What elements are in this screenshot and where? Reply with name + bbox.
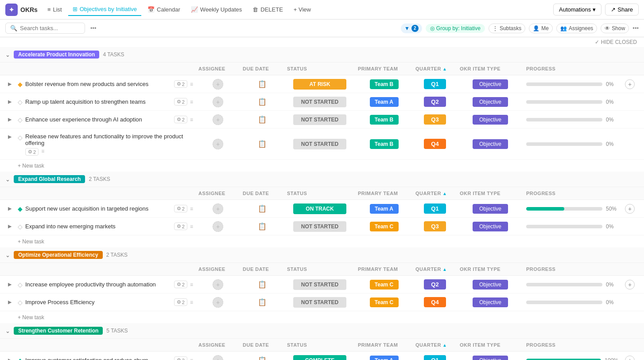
- me-pill[interactable]: 👤 Me: [529, 23, 553, 33]
- task-menu-icon[interactable]: ≡: [41, 148, 44, 156]
- team-badge[interactable]: Team B: [370, 139, 399, 149]
- task-expand-btn[interactable]: ▶: [8, 282, 15, 287]
- task-subtask-badge[interactable]: ⚙ 2: [174, 205, 187, 212]
- section-collapse-optimize[interactable]: ⌄: [5, 252, 10, 258]
- okr-type-badge[interactable]: Objective: [473, 204, 508, 214]
- task-expand-btn[interactable]: ▶: [8, 99, 15, 105]
- task-expand-btn[interactable]: ▶: [8, 206, 15, 211]
- okr-type-badge[interactable]: Objective: [473, 139, 508, 149]
- assignees-pill[interactable]: 👥 Assignees: [556, 23, 597, 33]
- quarter-badge[interactable]: Q2: [424, 97, 446, 107]
- status-badge[interactable]: NOT STARTED: [293, 97, 346, 107]
- new-task-button-accelerate[interactable]: + New task: [18, 163, 44, 169]
- task-expand-btn[interactable]: ▶: [8, 223, 15, 229]
- task-subtask-badge[interactable]: ⚙ 2: [174, 80, 187, 88]
- calendar-icon[interactable]: 📋: [258, 280, 267, 289]
- quarter-badge[interactable]: Q3: [424, 114, 446, 125]
- task-subtask-badge[interactable]: ⚙ 2: [174, 116, 187, 123]
- task-name[interactable]: Improve Process Efficiency: [25, 299, 171, 305]
- tab-delete[interactable]: 🗑 DELETE: [248, 4, 287, 16]
- task-expand-btn[interactable]: ▶: [8, 81, 15, 87]
- quarter-badge[interactable]: Q1: [424, 203, 446, 214]
- task-name[interactable]: Increase employee productivity through a…: [25, 281, 171, 288]
- task-menu-icon[interactable]: ≡: [190, 99, 193, 105]
- task-name[interactable]: Release new features and functionality t…: [25, 133, 183, 146]
- status-badge[interactable]: COMPLETE: [293, 355, 346, 360]
- section-collapse-accelerate[interactable]: ⌄: [5, 51, 10, 58]
- task-subtask-badge[interactable]: ⚙ 2: [174, 281, 187, 288]
- search-input[interactable]: [20, 25, 80, 31]
- calendar-icon[interactable]: 📋: [258, 356, 267, 360]
- assignee-avatar[interactable]: +: [213, 297, 223, 308]
- tab-weekly-updates[interactable]: 📈 Weekly Updates: [186, 4, 246, 16]
- hide-closed-label[interactable]: ✓ HIDE CLOSED: [595, 39, 637, 45]
- okr-type-badge[interactable]: Objective: [473, 97, 508, 107]
- task-name[interactable]: Bolster revenue from new products and se…: [25, 81, 171, 87]
- okr-type-badge[interactable]: Objective: [473, 115, 508, 125]
- calendar-icon[interactable]: 📋: [258, 222, 267, 231]
- assignee-avatar[interactable]: +: [213, 355, 223, 360]
- new-task-button-expand[interactable]: + New task: [18, 239, 44, 245]
- task-menu-icon[interactable]: ≡: [190, 81, 193, 87]
- okr-type-badge[interactable]: Objective: [473, 280, 508, 290]
- filter-badge[interactable]: ▼ 2: [401, 23, 422, 33]
- assignee-avatar[interactable]: +: [213, 114, 223, 125]
- team-badge[interactable]: Team C: [370, 297, 399, 307]
- calendar-icon[interactable]: 📋: [258, 298, 267, 306]
- status-badge[interactable]: NOT STARTED: [293, 114, 346, 125]
- new-task-button-optimize[interactable]: + New task: [18, 314, 44, 321]
- quarter-badge[interactable]: Q3: [424, 221, 446, 231]
- quarter-badge[interactable]: Q4: [424, 297, 446, 307]
- task-expand-btn[interactable]: ▶: [8, 299, 15, 305]
- okr-type-badge[interactable]: Objective: [473, 222, 508, 231]
- automations-button[interactable]: Automations ▾: [553, 4, 601, 16]
- task-subtask-badge[interactable]: ⚙ 2: [174, 98, 187, 106]
- add-column-btn[interactable]: +: [625, 204, 635, 214]
- calendar-icon[interactable]: 📋: [258, 115, 267, 124]
- status-badge[interactable]: NOT STARTED: [293, 297, 346, 308]
- calendar-icon[interactable]: 📋: [258, 204, 267, 213]
- tab-calendar[interactable]: 📅 Calendar: [143, 4, 185, 16]
- task-menu-icon[interactable]: ≡: [190, 206, 193, 212]
- task-name[interactable]: Improve customer satisfaction and reduce…: [25, 357, 171, 360]
- task-name[interactable]: Ramp up talent acquisition to strengthen…: [25, 98, 171, 105]
- more-options-button[interactable]: •••: [89, 23, 98, 33]
- task-expand-btn[interactable]: ▶: [8, 134, 15, 140]
- team-badge[interactable]: Team B: [370, 79, 399, 89]
- okr-type-badge[interactable]: Objective: [473, 79, 508, 89]
- status-badge[interactable]: NOT STARTED: [293, 221, 346, 232]
- task-menu-icon[interactable]: ≡: [190, 282, 193, 288]
- task-expand-btn[interactable]: ▶: [8, 117, 15, 122]
- task-subtask-badge[interactable]: ⚙ 2: [174, 223, 187, 230]
- tab-objectives-by-initiative[interactable]: ⊞ Objectives by Initiative: [68, 3, 141, 16]
- more-toolbar-options[interactable]: •••: [632, 25, 639, 31]
- assignee-avatar[interactable]: +: [213, 203, 223, 214]
- show-pill[interactable]: 👁 Show: [601, 23, 629, 33]
- status-badge[interactable]: ON TRACK: [293, 203, 346, 214]
- task-menu-icon[interactable]: ≡: [190, 357, 193, 360]
- team-badge[interactable]: Team C: [370, 222, 399, 231]
- task-name[interactable]: Expand into new emerging markets: [25, 223, 171, 230]
- assignee-avatar[interactable]: +: [213, 139, 223, 149]
- add-column-btn[interactable]: +: [625, 356, 635, 360]
- team-badge[interactable]: Team A: [370, 356, 399, 360]
- add-column-btn[interactable]: +: [625, 280, 635, 290]
- calendar-icon[interactable]: 📋: [258, 140, 267, 148]
- task-name[interactable]: Support new user acquisition in targeted…: [25, 205, 171, 212]
- assignee-avatar[interactable]: +: [213, 279, 223, 290]
- assignee-avatar[interactable]: +: [213, 97, 223, 107]
- quarter-badge[interactable]: Q1: [424, 355, 446, 360]
- status-badge[interactable]: NOT STARTED: [293, 279, 346, 290]
- task-subtask-badge[interactable]: ⚙ 2: [174, 356, 187, 360]
- team-badge[interactable]: Team A: [370, 204, 399, 214]
- assignee-avatar[interactable]: +: [213, 221, 223, 232]
- section-collapse-strengthen[interactable]: ⌄: [5, 328, 10, 334]
- quarter-badge[interactable]: Q2: [424, 279, 446, 290]
- assignee-avatar[interactable]: +: [213, 79, 223, 90]
- tab-add-view[interactable]: + View: [289, 4, 315, 16]
- search-box[interactable]: 🔍: [5, 23, 85, 34]
- team-badge[interactable]: Team A: [370, 97, 399, 107]
- okr-type-badge[interactable]: Objective: [473, 297, 508, 307]
- status-badge[interactable]: AT RISK: [293, 79, 346, 90]
- quarter-badge[interactable]: Q4: [424, 139, 446, 149]
